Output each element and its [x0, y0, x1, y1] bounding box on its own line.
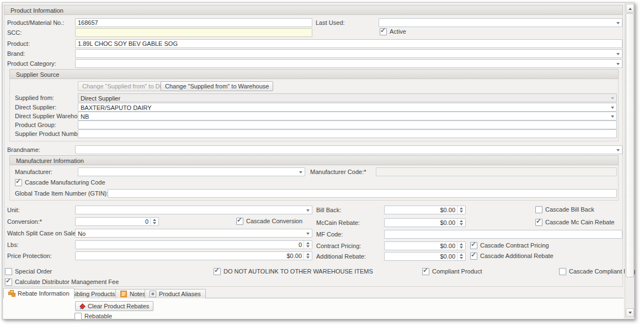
price-protection-spin-buttons[interactable] [304, 252, 312, 260]
product-category-dropdown-button[interactable] [614, 60, 622, 67]
spin-down-icon[interactable] [151, 222, 158, 225]
rebatable-label: Rebatable [84, 313, 112, 320]
change-supplied-from-to-warehouse-button[interactable]: Change "Supplied from" to Warehouse [161, 81, 273, 91]
mccain-rebate-spin-buttons[interactable] [457, 219, 465, 227]
contract-pricing-field[interactable] [384, 241, 466, 250]
additional-rebate-field[interactable] [384, 252, 466, 261]
tab-rebate-information[interactable]: Rebate Information [3, 288, 74, 298]
cascade-mccain-rebate-checkbox[interactable] [535, 219, 542, 226]
unit-combobox[interactable] [75, 206, 312, 214]
gtin-field[interactable] [108, 189, 617, 198]
vertical-scrollbar[interactable] [625, 3, 634, 318]
direct-supplier-warehouse-combobox[interactable]: NB [78, 112, 617, 120]
spin-up-icon[interactable] [457, 206, 465, 210]
watch-split-case-value: No [78, 230, 86, 237]
cascade-bill-back-checkbox-row: Cascade Bill Back [535, 206, 594, 213]
conversion-input[interactable] [76, 218, 158, 225]
price-protection-field[interactable] [75, 251, 312, 260]
cascade-additional-rebate-checkbox[interactable] [470, 253, 477, 260]
active-checkbox[interactable] [380, 28, 387, 35]
conversion-field[interactable] [75, 217, 159, 226]
scc-input[interactable] [76, 29, 312, 36]
spin-down-icon[interactable] [457, 256, 465, 260]
direct-supplier-combobox[interactable]: BAXTER/SAPUTO DAIRY [78, 103, 617, 112]
supplier-product-number-input[interactable] [78, 130, 616, 138]
supplied-from-dropdown-button[interactable] [608, 94, 616, 102]
cascade-manufacturing-code-checkbox[interactable] [15, 179, 22, 186]
scrollbar-thumb[interactable] [626, 13, 634, 277]
watch-split-case-combobox[interactable]: No [75, 229, 312, 238]
direct-supplier-dropdown-button[interactable] [608, 103, 616, 111]
tab-rebate-information-label: Rebate Information [18, 290, 70, 297]
additional-rebate-spin-buttons[interactable] [457, 253, 465, 260]
conversion-spin-buttons[interactable] [150, 218, 158, 225]
lbs-input[interactable] [76, 241, 312, 249]
spin-up-icon[interactable] [151, 218, 158, 222]
contract-pricing-spin-buttons[interactable] [457, 242, 465, 250]
bill-back-field[interactable] [384, 206, 466, 214]
spin-up-icon[interactable] [457, 219, 465, 223]
lbs-spin-buttons[interactable] [304, 241, 312, 249]
manufacturer-dropdown-button[interactable] [296, 168, 305, 176]
product-group-input[interactable] [78, 121, 616, 129]
mccain-rebate-input[interactable] [385, 219, 465, 227]
tab-sibling-products-label: Sibling Products [71, 291, 115, 297]
product-category-combobox[interactable] [75, 59, 622, 68]
brand-combobox[interactable] [75, 49, 622, 58]
cascade-compliant-flag-checkbox[interactable] [559, 268, 566, 275]
spin-down-icon[interactable] [304, 245, 312, 249]
cascade-contract-pricing-checkbox[interactable] [470, 242, 477, 249]
product-group-field[interactable] [78, 120, 617, 129]
bill-back-spin-buttons[interactable] [457, 206, 465, 214]
manufacturer-combobox[interactable] [78, 167, 305, 176]
bill-back-input[interactable] [385, 206, 465, 214]
supplied-from-label: Supplied from: [15, 94, 54, 102]
brandname-dropdown-button[interactable] [614, 146, 622, 154]
lbs-field[interactable] [75, 240, 312, 249]
cascade-bill-back-checkbox[interactable] [535, 206, 542, 213]
last-used-dropdown-button[interactable] [614, 19, 622, 27]
scrollbar-up-button[interactable] [626, 4, 634, 13]
special-order-checkbox[interactable] [5, 268, 12, 275]
compliant-product-checkbox[interactable] [422, 268, 429, 275]
last-used-combobox[interactable] [379, 18, 622, 27]
gtin-input[interactable] [108, 190, 616, 197]
mf-code-input[interactable] [385, 230, 622, 238]
brandname-combobox[interactable] [75, 145, 622, 154]
supplier-product-number-field[interactable] [78, 129, 617, 138]
product-input[interactable] [76, 40, 622, 48]
rebatable-checkbox[interactable] [74, 313, 82, 320]
product-material-no-field[interactable] [75, 18, 312, 27]
spin-down-icon[interactable] [457, 223, 465, 227]
mf-code-field[interactable] [384, 230, 622, 239]
scc-label: SCC: [7, 29, 22, 36]
watch-split-case-dropdown-button[interactable] [304, 229, 312, 237]
product-material-no-input[interactable] [76, 19, 312, 27]
spin-up-icon[interactable] [304, 241, 312, 245]
scc-field[interactable] [75, 28, 312, 37]
clear-product-rebates-button[interactable]: Clear Product Rebates [75, 301, 153, 311]
clear-product-rebates-label: Clear Product Rebates [88, 303, 149, 309]
spin-up-icon[interactable] [457, 242, 465, 246]
mccain-rebate-field[interactable] [384, 218, 466, 227]
spin-down-icon[interactable] [457, 246, 465, 250]
do-not-autolink-checkbox[interactable] [214, 268, 221, 275]
contract-pricing-input[interactable] [385, 242, 465, 250]
spin-up-icon[interactable] [457, 253, 465, 256]
do-not-autolink-checkbox-row: DO NOT AUTOLINK TO OTHER WAREHOUSE ITEMS [214, 268, 373, 275]
tab-product-aliases[interactable]: Product Aliases [145, 289, 206, 298]
spin-up-icon[interactable] [304, 252, 312, 256]
supplied-from-combobox[interactable]: Direct Supplier [78, 93, 617, 102]
additional-rebate-label: Additional Rebate: [316, 253, 366, 260]
spin-down-icon[interactable] [304, 256, 312, 260]
direct-supplier-warehouse-dropdown-button[interactable] [608, 112, 616, 120]
price-protection-input[interactable] [76, 252, 312, 260]
spin-down-icon[interactable] [457, 210, 465, 214]
scrollbar-down-button[interactable] [626, 308, 634, 317]
calculate-dmf-checkbox[interactable] [5, 278, 12, 286]
brand-dropdown-button[interactable] [614, 50, 622, 57]
cascade-conversion-checkbox[interactable] [236, 218, 243, 225]
additional-rebate-input[interactable] [385, 253, 465, 260]
product-field[interactable] [75, 39, 622, 48]
unit-dropdown-button[interactable] [304, 206, 312, 214]
